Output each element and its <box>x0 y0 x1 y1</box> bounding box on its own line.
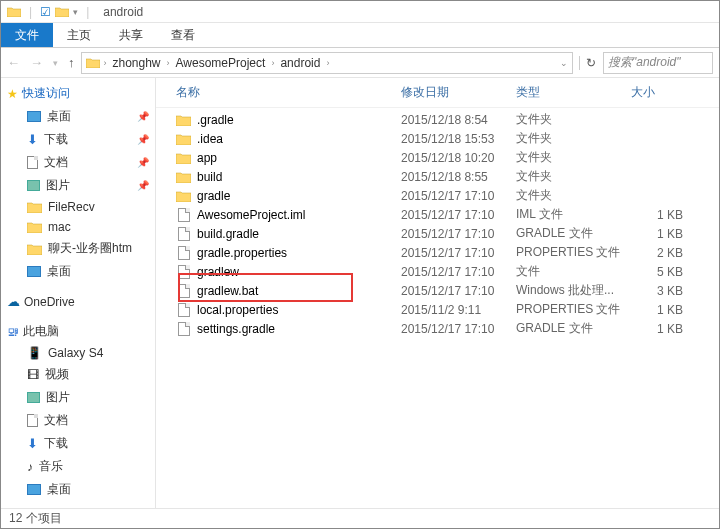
sidebar-item[interactable]: 🎞视频 <box>1 363 155 386</box>
file-row[interactable]: gradle.properties 2015/12/17 17:10 PROPE… <box>156 243 719 262</box>
file-row[interactable]: gradlew 2015/12/17 17:10 文件 5 KB <box>156 262 719 281</box>
file-row[interactable]: settings.gradle 2015/12/17 17:10 GRADLE … <box>156 319 719 338</box>
chevron-right-icon[interactable]: › <box>167 58 170 68</box>
file-date: 2015/12/17 17:10 <box>401 189 516 203</box>
download-icon: ⬇ <box>27 132 38 147</box>
sidebar-item[interactable]: 桌面 <box>1 478 155 501</box>
this-pc-label: 此电脑 <box>23 323 59 340</box>
file-name: gradle <box>197 189 230 203</box>
sidebar-item[interactable]: 桌面📌 <box>1 105 155 128</box>
back-button[interactable]: ← <box>7 55 20 70</box>
chevron-right-icon[interactable]: › <box>104 58 107 68</box>
file-type: 文件夹 <box>516 111 631 128</box>
sidebar-item-label: 桌面 <box>47 481 71 498</box>
pin-icon: 📌 <box>137 134 149 145</box>
col-name[interactable]: 名称 <box>176 84 401 101</box>
chevron-right-icon[interactable]: › <box>326 58 329 68</box>
sidebar-item-label: 文档 <box>44 154 68 171</box>
onedrive-header[interactable]: ☁ OneDrive <box>1 291 155 312</box>
breadcrumb-item[interactable]: zhonghw <box>111 56 163 70</box>
sidebar-item[interactable]: ⬇下载 <box>1 432 155 455</box>
sidebar-item-label: 桌面 <box>47 263 71 280</box>
col-size[interactable]: 大小 <box>631 84 691 101</box>
address-bar[interactable]: › zhonghw › AwesomeProject › android › ⌄ <box>81 52 574 74</box>
file-row[interactable]: .idea 2015/12/18 15:53 文件夹 <box>156 129 719 148</box>
address-dropdown-icon[interactable]: ⌄ <box>560 58 568 68</box>
picture-icon <box>27 392 40 403</box>
pc-icon: 🖳 <box>7 325 19 339</box>
qat-folder-icon[interactable] <box>55 6 69 17</box>
separator-icon: | <box>86 5 89 19</box>
sidebar-item[interactable]: 📱Galaxy S4 <box>1 343 155 363</box>
this-pc-header[interactable]: 🖳 此电脑 <box>1 320 155 343</box>
file-row[interactable]: .gradle 2015/12/18 8:54 文件夹 <box>156 110 719 129</box>
file-icon <box>176 265 191 278</box>
breadcrumb-item[interactable]: android <box>278 56 322 70</box>
sidebar-item-label: 聊天-业务圈htm <box>48 240 132 257</box>
sidebar-item-label: 图片 <box>46 177 70 194</box>
chevron-right-icon[interactable]: › <box>271 58 274 68</box>
file-type: PROPERTIES 文件 <box>516 301 631 318</box>
tab-share[interactable]: 共享 <box>105 23 157 47</box>
sidebar-item[interactable]: ♪音乐 <box>1 455 155 478</box>
col-type[interactable]: 类型 <box>516 84 631 101</box>
folder-icon <box>176 132 191 145</box>
sidebar-item[interactable]: mac <box>1 217 155 237</box>
file-name: gradle.properties <box>197 246 287 260</box>
forward-button[interactable]: → <box>30 55 43 70</box>
file-row[interactable]: AwesomeProject.iml 2015/12/17 17:10 IML … <box>156 205 719 224</box>
up-button[interactable]: ↑ <box>68 55 75 70</box>
refresh-button[interactable]: ↻ <box>579 56 597 70</box>
sidebar-item[interactable]: ⬇下载📌 <box>1 128 155 151</box>
tab-home[interactable]: 主页 <box>53 23 105 47</box>
tab-file[interactable]: 文件 <box>1 23 53 47</box>
file-row[interactable]: local.properties 2015/11/2 9:11 PROPERTI… <box>156 300 719 319</box>
search-box[interactable]: 搜索"android" <box>603 52 713 74</box>
folder-icon <box>27 243 42 255</box>
file-date: 2015/12/18 8:54 <box>401 113 516 127</box>
qat-dropdown-icon[interactable]: ▾ <box>73 7 78 17</box>
file-type: 文件夹 <box>516 130 631 147</box>
window-folder-icon <box>7 6 21 17</box>
nav-arrows: ← → ▾ ↑ <box>7 55 75 70</box>
file-name: gradlew <box>197 265 239 279</box>
desktop-icon <box>27 484 41 495</box>
file-date: 2015/11/2 9:11 <box>401 303 516 317</box>
file-name: .idea <box>197 132 223 146</box>
file-row[interactable]: build.gradle 2015/12/17 17:10 GRADLE 文件 … <box>156 224 719 243</box>
file-row[interactable]: app 2015/12/18 10:20 文件夹 <box>156 148 719 167</box>
sidebar-item[interactable]: 文档📌 <box>1 151 155 174</box>
tab-view[interactable]: 查看 <box>157 23 209 47</box>
navigation-pane: ★ 快速访问 桌面📌⬇下载📌文档📌图片📌FileRecvmac聊天-业务圈htm… <box>1 78 156 508</box>
file-type: PROPERTIES 文件 <box>516 244 631 261</box>
file-date: 2015/12/18 15:53 <box>401 132 516 146</box>
file-date: 2015/12/18 8:55 <box>401 170 516 184</box>
qat-checkbox-icon[interactable]: ☑ <box>40 5 51 19</box>
recent-dropdown-icon[interactable]: ▾ <box>53 58 58 68</box>
sidebar-item[interactable]: FileRecv <box>1 197 155 217</box>
folder-icon <box>176 170 191 183</box>
file-date: 2015/12/17 17:10 <box>401 265 516 279</box>
file-name: gradlew.bat <box>197 284 258 298</box>
col-date[interactable]: 修改日期 <box>401 84 516 101</box>
sidebar-item[interactable]: 文档 <box>1 409 155 432</box>
sidebar-item-label: 视频 <box>45 366 69 383</box>
sidebar-item[interactable]: 聊天-业务圈htm <box>1 237 155 260</box>
quick-access-header[interactable]: ★ 快速访问 <box>1 82 155 105</box>
file-size: 1 KB <box>631 322 691 336</box>
file-row[interactable]: gradle 2015/12/17 17:10 文件夹 <box>156 186 719 205</box>
file-row[interactable]: gradlew.bat 2015/12/17 17:10 Windows 批处理… <box>156 281 719 300</box>
pin-icon: 📌 <box>137 180 149 191</box>
file-row[interactable]: build 2015/12/18 8:55 文件夹 <box>156 167 719 186</box>
file-date: 2015/12/17 17:10 <box>401 208 516 222</box>
file-name: settings.gradle <box>197 322 275 336</box>
file-icon <box>176 227 191 240</box>
breadcrumb-item[interactable]: AwesomeProject <box>174 56 268 70</box>
file-type: IML 文件 <box>516 206 631 223</box>
sidebar-item[interactable]: 图片 <box>1 386 155 409</box>
file-icon <box>176 246 191 259</box>
sidebar-item[interactable]: 桌面 <box>1 260 155 283</box>
sidebar-item[interactable]: 图片📌 <box>1 174 155 197</box>
desktop-icon <box>27 266 41 277</box>
sidebar-item-label: mac <box>48 220 71 234</box>
